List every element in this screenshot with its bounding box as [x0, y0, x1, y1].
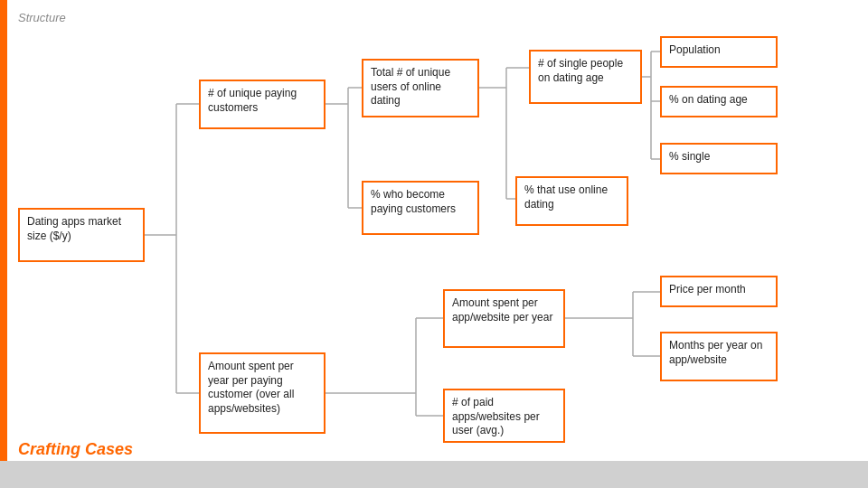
node-months-per-year: Months per year on app/website [660, 332, 778, 381]
node-pct-dating-age: % on dating age [660, 86, 778, 117]
node-pct-online-dating: % that use online dating [515, 176, 628, 226]
page-container: Structure [0, 0, 868, 488]
node-pct-single: % single [660, 143, 778, 174]
structure-label: Structure [18, 11, 66, 24]
node-pct-paying: % who become paying customers [362, 181, 479, 235]
node-amount-per-app: Amount spent per app/website per year [443, 289, 565, 348]
node-price-per-month: Price per month [660, 276, 778, 307]
bottom-bar [0, 461, 868, 488]
node-root: Dating apps market size ($/y) [18, 208, 145, 262]
node-unique-paying: # of unique paying customers [199, 80, 326, 129]
left-bar [0, 0, 7, 488]
node-single-people: # of single people on dating age [529, 50, 642, 104]
crafting-cases-label: Crafting Cases [18, 440, 133, 459]
node-paid-apps: # of paid apps/websites per user (avg.) [443, 389, 565, 443]
node-population: Population [660, 36, 778, 68]
node-amount-spent-year: Amount spent per year per paying custome… [199, 352, 326, 434]
node-total-unique-users: Total # of unique users of online dating [362, 59, 479, 117]
